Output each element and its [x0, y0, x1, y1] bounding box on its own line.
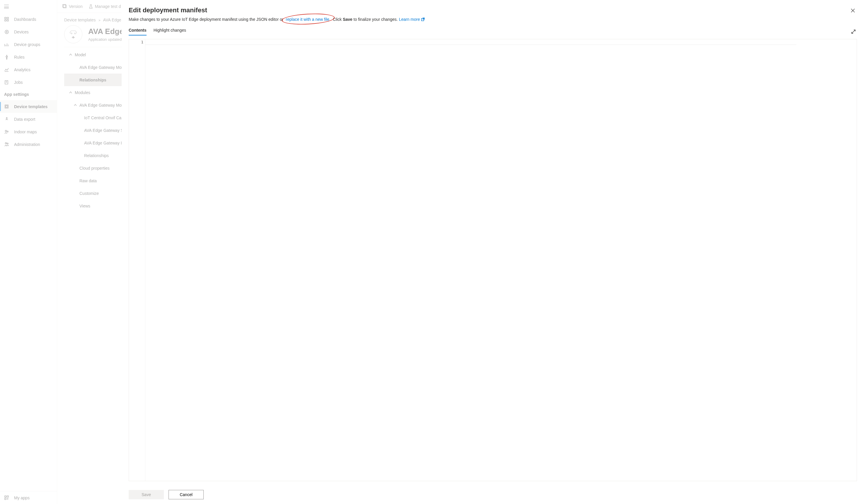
edit-manifest-panel: Edit deployment manifest Make changes to…: [122, 0, 864, 504]
expand-editor-button[interactable]: [850, 28, 857, 35]
close-icon: [851, 9, 855, 13]
svg-line-35: [852, 30, 855, 33]
editor-content[interactable]: [145, 39, 857, 481]
tab-contents[interactable]: Contents: [129, 28, 146, 35]
tab-highlight-changes[interactable]: Highlight changes: [154, 28, 186, 35]
editor-line-number: 1: [129, 39, 145, 481]
learn-more-label: Learn more: [399, 17, 420, 22]
panel-description: Make changes to your Azure IoT Edge depl…: [129, 16, 857, 23]
panel-desc-strong: Save: [343, 17, 352, 22]
replace-file-link[interactable]: replace it with a new file.: [285, 17, 332, 22]
panel-title: Edit deployment manifest: [129, 7, 207, 14]
panel-desc-pretext: Make changes to your Azure IoT Edge depl…: [129, 17, 285, 22]
cancel-button[interactable]: Cancel: [169, 490, 204, 499]
learn-more-link[interactable]: Learn more: [399, 17, 425, 22]
cancel-label: Cancel: [180, 492, 193, 497]
panel-desc-mid: Click: [332, 17, 343, 22]
svg-line-34: [423, 18, 424, 20]
save-button: Save: [129, 490, 164, 499]
close-button[interactable]: [849, 7, 857, 15]
external-link-icon: [421, 17, 425, 20]
tab-highlight-label: Highlight changes: [154, 28, 186, 33]
json-editor[interactable]: 1: [129, 39, 857, 481]
expand-icon: [851, 29, 856, 34]
save-label: Save: [142, 492, 151, 497]
panel-desc-post: to finalize your changes.: [352, 17, 399, 22]
tab-contents-label: Contents: [129, 28, 146, 33]
